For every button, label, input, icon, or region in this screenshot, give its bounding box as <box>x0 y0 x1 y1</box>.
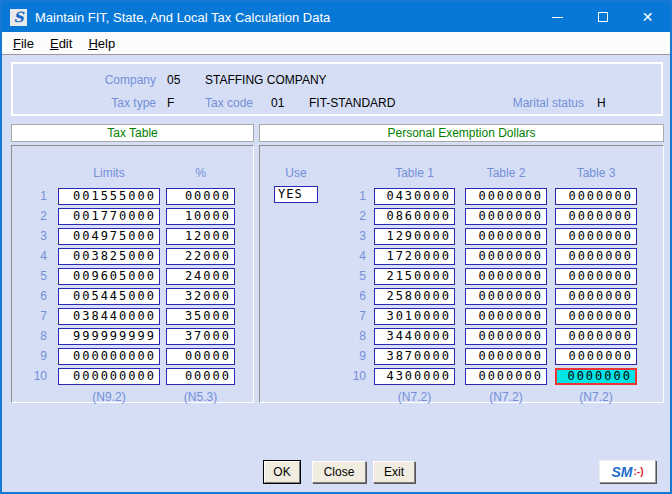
pe-table1-field[interactable]: 1720000 <box>374 248 455 265</box>
pe-table1-field[interactable]: 0860000 <box>374 208 455 225</box>
menu-help-label: elp <box>98 36 115 51</box>
tax-table-row: 7 038440000 35000 <box>12 306 253 326</box>
row-number: 3 <box>12 229 47 243</box>
menu-edit[interactable]: Edit <box>42 33 80 54</box>
pe-table1-field[interactable]: 0430000 <box>374 188 455 205</box>
personal-exemption-title: Personal Exemption Dollars <box>259 124 664 142</box>
rate-field[interactable]: 24000 <box>166 268 235 285</box>
pe-table2-field[interactable]: 0000000 <box>465 368 547 385</box>
pe-table3-field[interactable]: 0000000 <box>555 308 637 325</box>
close-dialog-button[interactable]: Close <box>312 461 366 483</box>
pe-table1-field[interactable]: 3010000 <box>374 308 455 325</box>
rate-field[interactable]: 00000 <box>166 348 235 365</box>
pe-table2-field[interactable]: 0000000 <box>465 228 547 245</box>
pe-table3-field[interactable]: 0000000 <box>555 228 637 245</box>
limit-field[interactable]: 005445000 <box>58 288 160 305</box>
rate-field[interactable]: 35000 <box>166 308 235 325</box>
row-number: 10 <box>260 369 366 383</box>
tax-table-title: Tax Table <box>11 124 254 142</box>
pe-table1-field[interactable]: 2580000 <box>374 288 455 305</box>
vendor-logo-smiley: :-) <box>634 466 644 477</box>
row-number: 5 <box>12 269 47 283</box>
limit-field[interactable]: 009605000 <box>58 268 160 285</box>
window-title: Maintain FIT, State, And Local Tax Calcu… <box>35 10 330 25</box>
tax-table-row: 1 001555000 00000 <box>12 186 253 206</box>
table2-column-header: Table 2 <box>465 166 547 180</box>
pe-table3-field[interactable]: 0000000 <box>555 288 637 305</box>
row-number: 6 <box>260 289 366 303</box>
vendor-logo-button[interactable]: SM :-) <box>599 460 656 483</box>
maximize-button[interactable] <box>580 2 625 32</box>
rate-field[interactable]: 22000 <box>166 248 235 265</box>
marital-status-label: Marital status <box>433 96 584 110</box>
pe-table2-field[interactable]: 0000000 <box>465 328 547 345</box>
limit-field[interactable]: 000000000 <box>58 368 160 385</box>
pe-table1-field[interactable]: 3870000 <box>374 348 455 365</box>
pe-table3-field[interactable]: 0000000 <box>555 368 637 385</box>
pe-table1-field[interactable]: 4300000 <box>374 368 455 385</box>
pe-table3-field[interactable]: 0000000 <box>555 188 637 205</box>
table2-format-label: (N7.2) <box>465 390 547 404</box>
menu-bar: File Edit Help <box>2 32 670 55</box>
menu-edit-label: dit <box>59 36 73 51</box>
menu-file-hotkey: F <box>13 36 21 51</box>
company-label: Company <box>13 73 156 87</box>
pe-table2-field[interactable]: 0000000 <box>465 268 547 285</box>
pe-table2-field[interactable]: 0000000 <box>465 348 547 365</box>
personal-exemption-row: 1 0430000 0000000 0000000 <box>260 186 663 206</box>
limit-field[interactable]: 038440000 <box>58 308 160 325</box>
pe-table1-field[interactable]: 1290000 <box>374 228 455 245</box>
pe-table3-field[interactable]: 0000000 <box>555 348 637 365</box>
menu-file[interactable]: File <box>5 33 42 54</box>
pe-table2-field[interactable]: 0000000 <box>465 188 547 205</box>
pe-table2-field[interactable]: 0000000 <box>465 248 547 265</box>
rate-field[interactable]: 32000 <box>166 288 235 305</box>
pe-table1-field[interactable]: 2150000 <box>374 268 455 285</box>
use-column-header: Use <box>274 166 318 180</box>
tax-type-value: F <box>167 96 174 110</box>
rate-field[interactable]: 37000 <box>166 328 235 345</box>
pe-table2-field[interactable]: 0000000 <box>465 308 547 325</box>
personal-exemption-row: 8 3440000 0000000 0000000 <box>260 326 663 346</box>
ok-button[interactable]: OK <box>264 461 300 483</box>
exit-button[interactable]: Exit <box>373 461 415 483</box>
limit-field[interactable]: 000000000 <box>58 348 160 365</box>
row-number: 6 <box>12 289 47 303</box>
limit-field[interactable]: 001555000 <box>58 188 160 205</box>
tax-table-row: 6 005445000 32000 <box>12 286 253 306</box>
limit-field[interactable]: 999999999 <box>58 328 160 345</box>
row-number: 3 <box>260 229 366 243</box>
menu-edit-hotkey: E <box>50 36 59 51</box>
table1-column-header: Table 1 <box>374 166 455 180</box>
rate-field[interactable]: 10000 <box>166 208 235 225</box>
row-number: 2 <box>260 209 366 223</box>
menu-help-hotkey: H <box>88 36 97 51</box>
limit-field[interactable]: 004975000 <box>58 228 160 245</box>
pe-table2-field[interactable]: 0000000 <box>465 288 547 305</box>
rate-field[interactable]: 12000 <box>166 228 235 245</box>
rate-field[interactable]: 00000 <box>166 188 235 205</box>
personal-exemption-row: 10 4300000 0000000 0000000 <box>260 366 663 386</box>
limit-field[interactable]: 003825000 <box>58 248 160 265</box>
pe-table3-field[interactable]: 0000000 <box>555 208 637 225</box>
maximize-icon <box>598 12 608 22</box>
minimize-icon <box>552 17 563 18</box>
row-number: 5 <box>260 269 366 283</box>
minimize-button[interactable] <box>535 2 580 32</box>
row-number: 9 <box>12 349 47 363</box>
rate-field[interactable]: 00000 <box>166 368 235 385</box>
close-button[interactable]: ✕ <box>625 2 670 32</box>
row-number: 4 <box>12 249 47 263</box>
tax-table-row: 5 009605000 24000 <box>12 266 253 286</box>
personal-exemption-row: 3 1290000 0000000 0000000 <box>260 226 663 246</box>
pe-table3-field[interactable]: 0000000 <box>555 268 637 285</box>
pe-table1-field[interactable]: 3440000 <box>374 328 455 345</box>
limit-field[interactable]: 001770000 <box>58 208 160 225</box>
pe-table2-field[interactable]: 0000000 <box>465 208 547 225</box>
personal-exemption-row: 6 2580000 0000000 0000000 <box>260 286 663 306</box>
tax-table-row: 8 999999999 37000 <box>12 326 253 346</box>
menu-help[interactable]: Help <box>80 33 123 54</box>
table1-format-label: (N7.2) <box>374 390 455 404</box>
pe-table3-field[interactable]: 0000000 <box>555 248 637 265</box>
pe-table3-field[interactable]: 0000000 <box>555 328 637 345</box>
